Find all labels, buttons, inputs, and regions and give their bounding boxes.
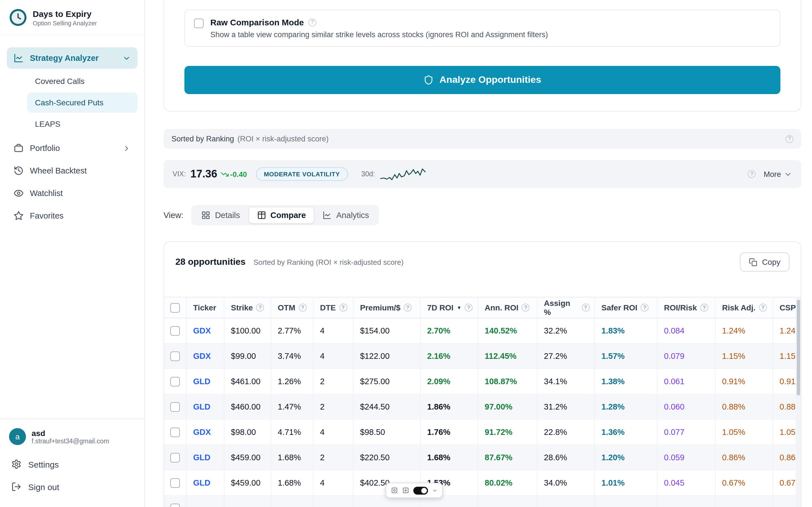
cell-ticker[interactable]: GLD [186,445,224,470]
sidebar-item-label: Wheel Backtest [30,166,87,175]
vix-value: 17.36 [190,168,217,180]
column-header-roi_risk[interactable]: ROI/Risk? [657,297,715,318]
row-checkbox[interactable] [170,402,180,412]
settings-label: Settings [28,459,59,469]
sidebar-item-label: Watchlist [30,189,63,198]
table-header-row: TickerStrike?OTM?DTE?Premium/$?7D ROI▼?A… [164,297,801,318]
raw-comparison-checkbox[interactable] [194,18,204,28]
column-header-assign[interactable]: Assign %? [537,297,594,318]
cell-assign: 34.1% [537,369,594,394]
column-header-safer_roi[interactable]: Safer ROI? [594,297,657,318]
help-icon[interactable]: ? [308,18,316,26]
app-title: Days to Expiry [33,9,97,18]
column-header-ann_roi[interactable]: Ann. ROI? [477,297,537,318]
help-icon[interactable]: ? [256,304,264,312]
shield-icon [424,75,434,85]
cell-ticker[interactable]: GLD [186,369,224,394]
capture-icon[interactable] [391,487,398,494]
results-count: 28 opportunities [175,257,246,267]
capture-plus-icon[interactable] [402,487,409,494]
column-header-dte[interactable]: DTE? [313,297,353,318]
help-icon[interactable]: ? [339,304,347,312]
row-checkbox[interactable] [170,428,180,437]
sidebar-item-wheel-backtest[interactable]: Wheel Backtest [7,160,138,181]
toggle-knob [421,488,427,493]
sign-out-button[interactable]: Sign out [9,475,135,498]
select-all-checkbox[interactable] [170,303,180,313]
help-icon[interactable]: ? [748,170,756,178]
help-icon[interactable]: ? [700,304,708,312]
sidebar-item-portfolio[interactable]: Portfolio [7,137,138,159]
cell-otm: 1.68% [271,445,313,470]
cell-ann_roi: 80.02% [477,470,537,496]
sidebar-item-cash-secured-puts[interactable]: Cash-Secured Puts [27,93,138,113]
column-header-roi7d[interactable]: 7D ROI▼? [420,297,477,318]
row-checkbox[interactable] [170,351,180,361]
row-checkbox[interactable] [170,453,180,462]
copy-button[interactable]: Copy [740,252,790,272]
column-header-risk_adj[interactable]: Risk Adj.? [715,297,772,318]
sidebar-nav: Strategy Analyzer Covered Calls Cash-Sec… [0,35,144,226]
view-toggle-compare[interactable]: Compare [248,207,314,224]
help-icon[interactable]: ? [465,304,472,312]
scrollbar-thumb[interactable] [797,300,800,395]
user-info[interactable]: a asd f.strauf+test34@gmail.com [9,428,135,445]
floating-toolbar[interactable] [386,483,443,498]
vertical-scrollbar[interactable] [796,298,801,507]
sidebar-item-watchlist[interactable]: Watchlist [7,182,138,204]
copy-label: Copy [762,258,780,267]
row-checkbox[interactable] [170,377,180,386]
help-icon[interactable]: ? [404,304,412,312]
settings-button[interactable]: Settings [9,453,135,475]
cell-roi_risk: 0.059 [657,445,715,470]
cell-roi_risk: 0.077 [657,419,715,445]
view-toggle-analytics[interactable]: Analytics [314,207,377,224]
sidebar-item-strategy-analyzer[interactable]: Strategy Analyzer [7,47,138,69]
help-icon[interactable]: ? [522,304,530,312]
help-icon[interactable]: ? [299,304,306,312]
cell-roi7d: 2.70% [420,318,477,343]
toggle-label: Analytics [336,211,369,220]
analyze-opportunities-button[interactable]: Analyze Opportunities [185,66,780,94]
sidebar-item-covered-calls[interactable]: Covered Calls [27,71,138,91]
row-checkbox[interactable] [170,326,180,336]
more-label: More [763,170,781,178]
trending-down-icon [220,170,229,178]
row-checkbox[interactable] [170,504,180,507]
sidebar-item-favorites[interactable]: Favorites [7,205,138,226]
column-label: Safer ROI [601,303,638,312]
column-header-strike[interactable]: Strike? [224,297,271,318]
help-icon[interactable]: ? [759,304,767,312]
gear-icon [11,459,21,469]
cell-ticker[interactable]: GDX [186,343,224,369]
help-icon[interactable]: ? [581,304,590,312]
cell-dte: 2 [313,369,353,394]
briefcase-icon [13,143,24,153]
sort-summary-bar: Sorted by Ranking (ROI × risk-adjusted s… [163,129,801,149]
results-header: 28 opportunities Sorted by Ranking (ROI … [164,242,801,272]
column-header-ticker[interactable]: Ticker [186,297,224,318]
column-header-premium[interactable]: Premium/$? [353,297,420,318]
chevron-down-icon[interactable] [432,488,438,493]
toggle-switch[interactable] [413,487,428,494]
grid-icon [201,211,210,220]
line-chart-icon [323,211,332,220]
column-label: Ann. ROI [485,303,518,312]
cell-premium: $275.00 [353,369,420,394]
more-button[interactable]: More [763,170,792,178]
cell-ticker[interactable]: GLD [186,470,224,496]
table-row-partial [164,496,801,507]
raw-comparison-card: Raw Comparison Mode ? Show a table view … [185,10,780,47]
cell-dte: 2 [313,394,353,419]
chevron-right-icon [122,144,131,152]
cell-ticker[interactable]: GDX [186,419,224,445]
cell-risk_adj: 0.67% [715,470,772,496]
cell-ticker[interactable]: GDX [186,318,224,343]
help-icon[interactable]: ? [785,135,794,143]
view-toggle-details[interactable]: Details [193,207,248,224]
column-header-otm[interactable]: OTM? [271,297,313,318]
sidebar-item-leaps[interactable]: LEAPS [27,114,138,134]
cell-ticker[interactable]: GLD [186,394,224,419]
row-checkbox[interactable] [170,478,180,488]
help-icon[interactable]: ? [641,304,649,312]
